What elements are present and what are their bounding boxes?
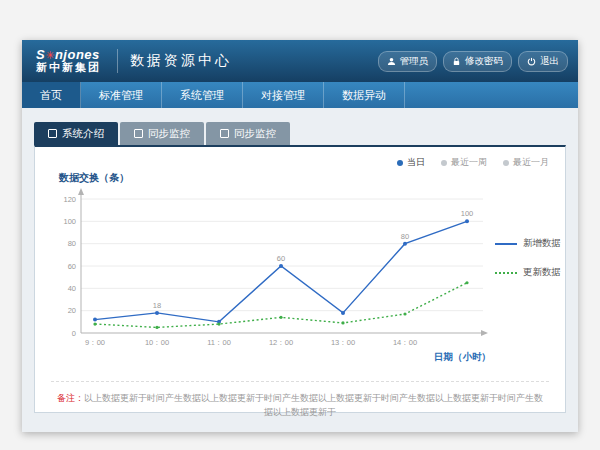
filter-today[interactable]: 当日 <box>397 156 425 169</box>
chart-container: 0204060801001209：0010：0011：0012：0013：001… <box>35 185 565 381</box>
chart-panel: 当日 最近一周 最近一月 数据交换（条） 0204060801001209：00… <box>34 145 566 413</box>
svg-text:100: 100 <box>63 217 76 226</box>
document-icon <box>48 129 57 138</box>
logo: S✳njones 新中新集团 <box>22 48 113 73</box>
svg-text:80: 80 <box>401 232 409 241</box>
filter-last-month[interactable]: 最近一月 <box>503 156 549 169</box>
legend-label: 更新数据 <box>523 266 561 279</box>
filter-dot <box>441 160 447 166</box>
filter-label: 最近一周 <box>451 156 487 169</box>
logo-cn: 新中新集团 <box>36 62 101 74</box>
svg-text:13：00: 13：00 <box>331 338 355 347</box>
logo-star-icon: ✳ <box>45 49 55 61</box>
y-axis-title: 数据交换（条） <box>35 169 565 185</box>
nav-item-standard-management[interactable]: 标准管理 <box>81 82 162 108</box>
app-window: S✳njones 新中新集团 数据资源中心 管理员 修改密码 <box>22 40 578 432</box>
svg-text:日期（小时）: 日期（小时） <box>434 351 491 363</box>
header-actions: 管理员 修改密码 退出 <box>378 51 579 72</box>
filter-dot <box>397 160 403 166</box>
app-title: 数据资源中心 <box>130 52 232 70</box>
chart-filter-legend: 当日 最近一周 最近一月 <box>35 147 565 169</box>
nav-item-connection-management[interactable]: 对接管理 <box>243 82 324 108</box>
footnote-text: 以上数据更新于时间产生数据以上数据更新于时间产生数据以上数据更新于时间产生数据以… <box>84 393 543 417</box>
logout-label: 退出 <box>540 55 559 68</box>
solid-line-icon <box>495 243 517 245</box>
svg-text:10：00: 10：00 <box>145 338 169 347</box>
main-nav: 首页 标准管理 系统管理 对接管理 数据异动 <box>22 82 578 108</box>
legend-updated-data[interactable]: 更新数据 <box>495 266 561 279</box>
tab-sync-monitor-1[interactable]: 同步监控 <box>120 122 204 145</box>
svg-text:12：00: 12：00 <box>269 338 293 347</box>
dotted-line-icon <box>495 272 517 274</box>
nav-item-system-management[interactable]: 系统管理 <box>162 82 243 108</box>
top-header: S✳njones 新中新集团 数据资源中心 管理员 修改密码 <box>22 40 578 82</box>
svg-text:9：00: 9：00 <box>85 338 105 347</box>
nav-item-home[interactable]: 首页 <box>22 82 81 108</box>
change-password-button[interactable]: 修改密码 <box>443 51 512 72</box>
series-legend: 新增数据 更新数据 <box>495 237 561 279</box>
svg-text:14：00: 14：00 <box>393 338 417 347</box>
tab-system-intro[interactable]: 系统介绍 <box>34 122 118 145</box>
footnote: 备注：以上数据更新于时间产生数据以上数据更新于时间产生数据以上数据更新于时间产生… <box>51 381 549 419</box>
filter-last-week[interactable]: 最近一周 <box>441 156 487 169</box>
page-background: S✳njones 新中新集团 数据资源中心 管理员 修改密码 <box>0 0 600 450</box>
document-icon <box>134 129 143 138</box>
svg-text:80: 80 <box>68 239 76 248</box>
svg-text:40: 40 <box>68 284 76 293</box>
legend-new-data[interactable]: 新增数据 <box>495 237 561 250</box>
content-area: 系统介绍 同步监控 同步监控 当日 <box>22 108 578 432</box>
tab-bar: 系统介绍 同步监控 同步监控 <box>34 122 566 145</box>
tab-label: 同步监控 <box>234 127 276 141</box>
tab-label: 同步监控 <box>148 127 190 141</box>
svg-text:20: 20 <box>68 306 76 315</box>
svg-text:11：00: 11：00 <box>207 338 231 347</box>
user-icon <box>387 57 396 66</box>
svg-text:18: 18 <box>153 301 161 310</box>
power-icon <box>527 57 536 66</box>
logo-en: S✳njones <box>36 48 101 62</box>
document-icon <box>220 129 229 138</box>
filter-dot <box>503 160 509 166</box>
admin-label: 管理员 <box>400 55 429 68</box>
svg-text:0: 0 <box>72 329 76 338</box>
svg-text:120: 120 <box>63 195 76 204</box>
logout-button[interactable]: 退出 <box>518 51 568 72</box>
footnote-label: 备注： <box>57 393 84 403</box>
tab-sync-monitor-2[interactable]: 同步监控 <box>206 122 290 145</box>
header-divider <box>117 49 118 73</box>
change-password-label: 修改密码 <box>465 55 503 68</box>
svg-text:60: 60 <box>68 262 76 271</box>
admin-button[interactable]: 管理员 <box>378 51 438 72</box>
filter-label: 最近一月 <box>513 156 549 169</box>
line-chart: 0204060801001209：0010：0011：0012：0013：001… <box>45 185 495 381</box>
tab-label: 系统介绍 <box>62 127 104 141</box>
svg-text:60: 60 <box>277 254 285 263</box>
lock-icon <box>452 57 461 66</box>
filter-label: 当日 <box>407 156 425 169</box>
svg-text:100: 100 <box>461 209 474 218</box>
legend-label: 新增数据 <box>523 237 561 250</box>
nav-item-data-change[interactable]: 数据异动 <box>324 82 405 108</box>
